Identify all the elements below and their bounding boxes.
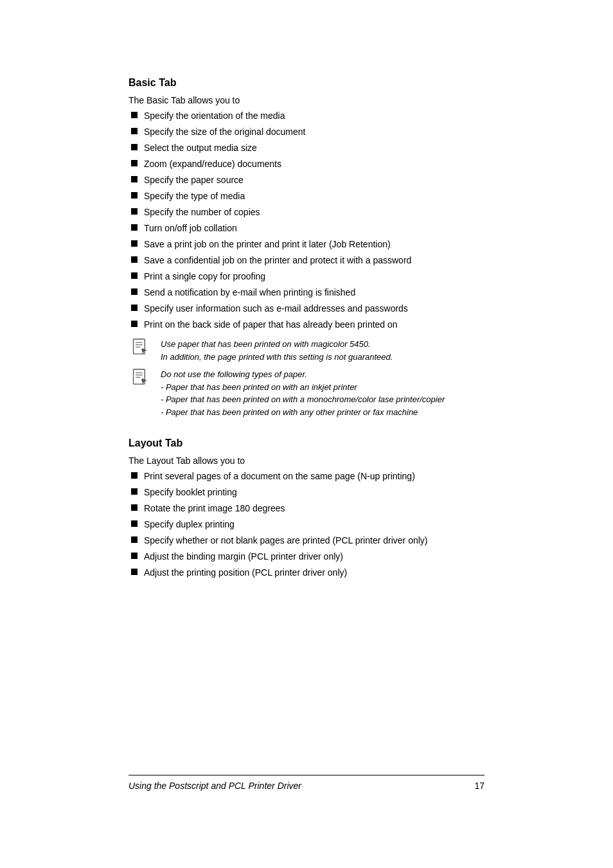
list-item: Print on the back side of paper that has… (129, 318, 484, 332)
svg-marker-4 (141, 348, 147, 354)
list-item: Print several pages of a document on the… (129, 470, 484, 483)
list-item: Zoom (expand/reduce) documents (129, 157, 484, 171)
footer-page-number: 17 (474, 781, 484, 791)
note-icon-2 (131, 368, 154, 389)
list-item: Specify the orientation of the media (129, 109, 484, 123)
layout-tab-title: Layout Tab (129, 438, 484, 449)
bullet-icon (131, 144, 138, 150)
list-item: Specify the type of media (129, 190, 484, 203)
list-item: Adjust the printing position (PCL printe… (129, 566, 484, 580)
list-item: Rotate the print image 180 degrees (129, 502, 484, 515)
note-text-1: Use paper that has been printed on with … (161, 338, 393, 363)
bullet-icon (131, 256, 138, 263)
list-item: Print a single copy for proofing (129, 270, 484, 283)
basic-tab-section: Basic Tab The Basic Tab allows you to Sp… (129, 77, 484, 418)
list-item: Turn on/off job collation (129, 222, 484, 235)
bullet-icon (131, 128, 138, 134)
page-footer: Using the Postscript and PCL Printer Dri… (129, 775, 484, 791)
list-item: Adjust the binding margin (PCL printer d… (129, 550, 484, 563)
note-block-1: Use paper that has been printed on with … (129, 338, 484, 363)
list-item: Send a notification by e-mail when print… (129, 286, 484, 299)
layout-tab-section: Layout Tab The Layout Tab allows you to … (129, 438, 484, 580)
bullet-icon (131, 520, 138, 527)
layout-tab-list: Print several pages of a document on the… (129, 470, 484, 580)
note-text-2: Do not use the following types of paper.… (161, 368, 445, 418)
basic-tab-list: Specify the orientation of the media Spe… (129, 109, 484, 332)
list-item: Specify user information such as e-mail … (129, 302, 484, 315)
bullet-icon (131, 160, 138, 166)
list-item: Specify whether or not blank pages are p… (129, 534, 484, 547)
svg-marker-9 (141, 378, 147, 384)
list-item: Specify booklet printing (129, 486, 484, 499)
bullet-icon (131, 504, 138, 511)
list-item: Specify duplex printing (129, 518, 484, 531)
list-item: Save a print job on the printer and prin… (129, 238, 484, 251)
list-item: Save a confidential job on the printer a… (129, 254, 484, 267)
layout-tab-intro: The Layout Tab allows you to (129, 456, 484, 466)
bullet-icon (131, 192, 138, 199)
bullet-icon (131, 288, 138, 295)
list-item: Specify the paper source (129, 173, 484, 187)
note-block-2: Do not use the following types of paper.… (129, 368, 484, 418)
bullet-icon (131, 488, 138, 495)
note-icon-1 (131, 338, 154, 359)
footer-text: Using the Postscript and PCL Printer Dri… (129, 781, 301, 791)
list-item: Specify the number of copies (129, 206, 484, 219)
basic-tab-intro: The Basic Tab allows you to (129, 95, 484, 105)
bullet-icon (131, 112, 138, 118)
bullet-icon (131, 553, 138, 559)
page-container: Basic Tab The Basic Tab allows you to Sp… (0, 0, 613, 868)
bullet-icon (131, 305, 138, 311)
bullet-icon (131, 569, 138, 575)
bullet-icon (131, 240, 138, 247)
bullet-icon (131, 536, 138, 543)
basic-tab-title: Basic Tab (129, 77, 484, 89)
bullet-icon (131, 224, 138, 231)
bullet-icon (131, 208, 138, 215)
bullet-icon (131, 321, 138, 327)
list-item: Select the output media size (129, 141, 484, 155)
bullet-icon (131, 472, 138, 479)
list-item: Specify the size of the original documen… (129, 125, 484, 139)
bullet-icon (131, 176, 138, 182)
bullet-icon (131, 272, 138, 279)
